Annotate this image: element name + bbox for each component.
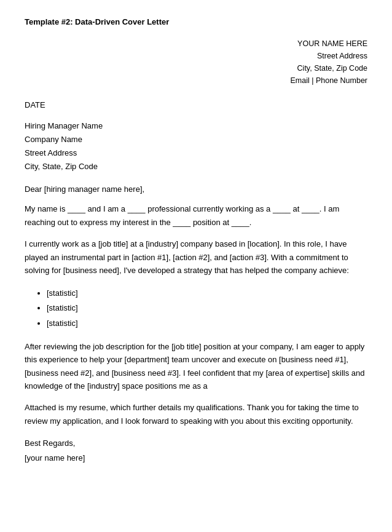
paragraph-4: Attached is my resume, which further det… xyxy=(25,401,367,427)
template-title: Template #2: Data-Driven Cover Letter xyxy=(25,17,367,26)
recipient-block: Hiring Manager Name Company Name Street … xyxy=(25,119,367,173)
bullet-item-3-text: [statistic] xyxy=(47,319,78,328)
bullet-item-1-text: [statistic] xyxy=(47,288,78,298)
salutation-block: Dear [hiring manager name here], xyxy=(25,185,367,194)
recipient-line1: Hiring Manager Name xyxy=(25,119,367,133)
template-title-text: Template #2: Data-Driven Cover Letter xyxy=(25,17,169,26)
header-address-block: YOUR NAME HERE Street Address City, Stat… xyxy=(25,38,367,87)
bullet-item-1: [statistic] xyxy=(47,286,367,301)
statistics-list: [statistic] [statistic] [statistic] xyxy=(47,286,367,332)
paragraph-3: After reviewing the job description for … xyxy=(25,340,367,393)
paragraph-4-text: Attached is my resume, which further det… xyxy=(25,401,367,427)
paragraph-1: My name is ____ and I am a ____ professi… xyxy=(25,202,367,229)
closing-line1: Best Regards, xyxy=(25,436,367,450)
salutation-text: Dear [hiring manager name here], xyxy=(25,185,367,194)
bullet-item-2-text: [statistic] xyxy=(47,303,78,312)
closing-block: Best Regards, [your name here] xyxy=(25,436,367,465)
header-city-state-zip: City, State, Zip Code xyxy=(25,62,367,74)
paragraph-2: I currently work as a [job title] at a [… xyxy=(25,237,367,277)
recipient-line4: City, State, Zip Code xyxy=(25,160,367,173)
recipient-line3: Street Address xyxy=(25,146,367,160)
paragraph-1-text: My name is ____ and I am a ____ professi… xyxy=(25,202,367,229)
bullet-item-2: [statistic] xyxy=(47,301,367,316)
date-text: DATE xyxy=(25,100,367,109)
paragraph-2-text: I currently work as a [job title] at a [… xyxy=(25,237,367,277)
paragraph-3-text: After reviewing the job description for … xyxy=(25,340,367,393)
header-email-phone: Email | Phone Number xyxy=(25,74,367,87)
date-section: DATE xyxy=(25,100,367,109)
header-name: YOUR NAME HERE xyxy=(25,38,367,50)
document-page: Template #2: Data-Driven Cover Letter YO… xyxy=(0,0,392,532)
bullet-item-3: [statistic] xyxy=(47,316,367,332)
closing-line2: [your name here] xyxy=(25,451,367,465)
recipient-line2: Company Name xyxy=(25,133,367,146)
header-street: Street Address xyxy=(25,50,367,62)
